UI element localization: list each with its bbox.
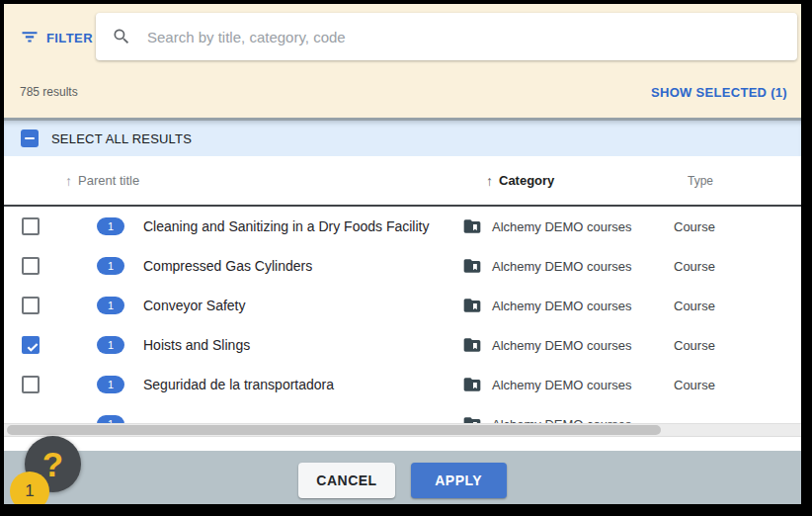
select-all-label: SELECT ALL RESULTS (51, 131, 192, 146)
row-category: Alchemy DEMO courses (492, 259, 632, 274)
row-checkbox[interactable] (22, 257, 40, 275)
results-count: 785 results (20, 85, 78, 99)
row-title: Hoists and Slings (143, 337, 250, 353)
category-folder-icon (462, 216, 482, 236)
count-badge: 1 (97, 336, 124, 354)
count-badge: 1 (97, 257, 124, 275)
filter-button[interactable]: FILTER (20, 28, 93, 47)
row-category: Alchemy DEMO courses (492, 378, 632, 392)
filter-header: FILTER 785 results SHOW SELECTED (1) (4, 4, 801, 118)
select-all-bar: SELECT ALL RESULTS (4, 121, 801, 156)
question-mark-icon: ? (42, 445, 63, 484)
row-title: Compressed Gas Cylinders (143, 258, 312, 274)
column-header-type: Type (688, 174, 713, 188)
row-checkbox[interactable] (22, 336, 40, 354)
filter-button-label: FILTER (46, 31, 93, 45)
row-checkbox[interactable] (22, 376, 40, 393)
results-row: 785 results SHOW SELECTED (1) (20, 83, 787, 101)
search-icon (112, 27, 131, 46)
select-all-checkbox[interactable] (21, 129, 39, 147)
row-title: Seguridad de la transportadora (143, 377, 334, 392)
count-badge: 1 (97, 376, 124, 393)
dialog-footer: CANCEL APPLY (4, 451, 801, 504)
sort-asc-icon: ↑ (486, 173, 493, 189)
table-row[interactable]: 1 Seguridad de la transportadora Alchemy… (4, 365, 801, 404)
horizontal-scrollbar[interactable] (4, 423, 801, 437)
row-checkbox[interactable] (22, 217, 40, 235)
row-checkbox[interactable] (22, 297, 40, 314)
row-category: Alchemy DEMO courses (492, 338, 632, 353)
count-badge: 1 (97, 297, 124, 314)
table-row[interactable]: 1 Conveyor Safety Alchemy DEMO courses C… (4, 286, 801, 325)
row-category: Alchemy DEMO courses (492, 219, 632, 234)
column-label: Type (688, 174, 713, 188)
horizontal-scrollbar-thumb[interactable] (7, 425, 661, 435)
table-row[interactable]: 1 Compressed Gas Cylinders Alchemy DEMO … (4, 246, 801, 286)
row-category: Alchemy DEMO courses (492, 299, 632, 313)
column-label: Category (499, 173, 554, 188)
search-input[interactable] (145, 28, 781, 46)
table-header: ↑ Parent title ↑ Category Type (4, 156, 801, 207)
show-selected-link[interactable]: SHOW SELECTED (1) (651, 85, 787, 100)
count-badge: 1 (97, 217, 124, 235)
category-folder-icon (462, 335, 482, 355)
filter-icon (20, 30, 40, 45)
table-row[interactable]: 1 Cleaning and Sanitizing in a Dry Foods… (4, 207, 801, 246)
cancel-button[interactable]: CANCEL (298, 463, 394, 498)
category-folder-icon (462, 296, 482, 315)
table-row[interactable]: 1 Hoists and Slings Alchemy DEMO courses… (4, 325, 801, 365)
apply-button[interactable]: APPLY (411, 463, 507, 498)
column-label: Parent title (78, 173, 139, 188)
category-folder-icon (462, 256, 482, 276)
row-type: Course (674, 299, 715, 313)
column-header-category[interactable]: ↑ Category (486, 173, 554, 189)
sort-asc-icon: ↑ (65, 173, 72, 189)
table-rows: 1 Cleaning and Sanitizing in a Dry Foods… (4, 207, 801, 444)
search-box (96, 13, 797, 60)
help-notification-badge[interactable]: 1 (10, 472, 49, 504)
course-selection-dialog: FILTER 785 results SHOW SELECTED (1) SEL… (4, 4, 801, 504)
row-title: Cleaning and Sanitizing in a Dry Foods F… (143, 218, 429, 234)
column-header-parent-title[interactable]: ↑ Parent title (65, 173, 139, 189)
category-folder-icon (462, 375, 482, 394)
row-type: Course (674, 378, 715, 392)
row-type: Course (674, 338, 715, 353)
row-type: Course (674, 259, 715, 274)
row-title: Conveyor Safety (143, 298, 246, 313)
row-type: Course (674, 219, 715, 234)
